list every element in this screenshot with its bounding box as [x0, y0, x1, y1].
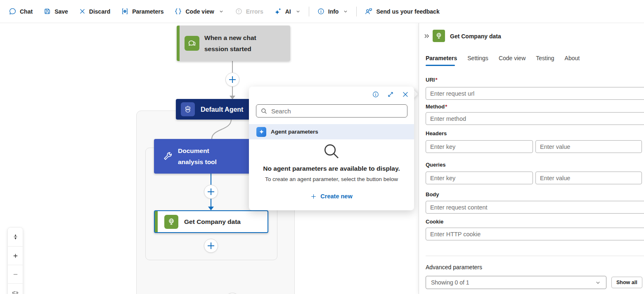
tab-testing[interactable]: Testing [536, 55, 554, 64]
insert-step-button[interactable] [225, 73, 239, 87]
parameters-button[interactable]: Parameters [116, 4, 169, 19]
collapse-panel-button[interactable] [423, 33, 430, 40]
errors-label: Errors [246, 8, 263, 15]
body-input[interactable] [426, 201, 644, 214]
empty-subtitle: To create an agent parameter, select the… [249, 176, 414, 182]
trigger-title: When a new chat session started [204, 32, 256, 54]
headers-key-input[interactable] [426, 140, 533, 153]
trigger-accent-bar [177, 26, 180, 61]
panel-title: Get Company data [450, 33, 501, 40]
discard-icon [79, 8, 86, 15]
headers-label: Headers [426, 130, 447, 136]
trigger-node[interactable]: When a new chat session started [177, 26, 290, 61]
double-chevron-right-icon [423, 33, 430, 40]
action-accent-bar [155, 211, 158, 232]
queries-label: Queries [426, 162, 445, 168]
feedback-label: Send us your feedback [376, 8, 439, 15]
action-details-panel: Get Company data Parameters Settings Cod… [419, 23, 644, 294]
create-new-button[interactable]: Create new [310, 193, 352, 200]
parameters-label: Parameters [132, 8, 163, 15]
agent-icon [181, 102, 195, 116]
headers-value-input[interactable] [535, 140, 642, 153]
http-icon [164, 215, 178, 229]
errors-icon [235, 7, 243, 15]
toolbar-divider [309, 7, 309, 16]
tab-code-view[interactable]: Code view [499, 55, 526, 64]
queries-value-input[interactable] [535, 172, 642, 184]
trigger-icon [185, 36, 199, 51]
expand-icon[interactable] [386, 90, 395, 99]
discard-label: Discard [89, 8, 110, 15]
tab-parameters[interactable]: Parameters [426, 55, 457, 64]
search-input[interactable] [271, 108, 403, 115]
minimap-button[interactable] [8, 283, 23, 294]
flyout-search [256, 104, 407, 118]
agent-parameters-section[interactable]: Agent parameters [249, 124, 414, 139]
info-label: Info [328, 8, 339, 15]
chevron-down-icon [343, 9, 348, 14]
toolbar-divider [356, 7, 357, 16]
http-icon [433, 30, 445, 42]
advanced-parameters-label: Advanced parameters [426, 264, 482, 270]
tab-settings[interactable]: Settings [467, 55, 488, 64]
dropdown-value: Showing 0 of 1 [431, 279, 469, 286]
uri-label: URI* [426, 77, 437, 83]
agent-parameters-icon [256, 127, 266, 137]
search-empty-icon [322, 142, 341, 161]
create-new-label: Create new [320, 193, 352, 200]
zoom-out-icon [12, 271, 19, 278]
cookie-input[interactable] [426, 228, 644, 240]
insert-step-button[interactable] [204, 239, 218, 253]
empty-title: No agent parameters are available to dis… [249, 165, 414, 172]
workflow-canvas[interactable]: When a new chat session started Default … [0, 23, 419, 294]
action-node-selected[interactable]: Get Company data [154, 210, 268, 233]
queries-key-input[interactable] [426, 172, 533, 184]
chevron-down-icon [295, 9, 301, 14]
info-icon [317, 7, 325, 15]
close-icon[interactable] [401, 90, 410, 99]
panel-tabs: Parameters Settings Code view Testing Ab… [426, 55, 580, 64]
info-button[interactable]: Info [312, 4, 354, 19]
feedback-button[interactable]: Send us your feedback [359, 4, 445, 19]
zoom-out-button[interactable] [8, 265, 23, 283]
chat-button[interactable]: Chat [3, 4, 38, 19]
ai-button[interactable]: AI [269, 4, 306, 19]
tool-title: Document analysis tool [178, 145, 217, 167]
required-mark: * [435, 77, 437, 83]
cookie-label: Cookie [426, 219, 443, 225]
save-label: Save [54, 8, 68, 15]
code-view-button[interactable]: Code view [169, 4, 229, 19]
tab-about[interactable]: About [565, 55, 580, 64]
agent-parameters-flyout: Agent parameters No agent parameters are… [249, 87, 414, 210]
discard-button[interactable]: Discard [73, 4, 116, 19]
method-input[interactable] [426, 112, 644, 125]
info-icon[interactable] [371, 90, 380, 99]
action-title: Get Company data [184, 216, 241, 227]
errors-button[interactable]: Errors [230, 4, 269, 19]
save-button[interactable]: Save [38, 4, 73, 19]
fit-view-button[interactable] [8, 228, 23, 246]
canvas-controls [7, 227, 23, 294]
insert-step-button[interactable] [204, 185, 218, 199]
advanced-parameters-dropdown[interactable]: Showing 0 of 1 [426, 276, 606, 289]
flyout-header [371, 90, 410, 99]
zoom-in-button[interactable] [8, 246, 23, 265]
agent-parameters-label: Agent parameters [271, 129, 318, 135]
parameters-icon [121, 7, 129, 15]
ai-label: AI [285, 8, 291, 15]
empty-state: No agent parameters are available to dis… [249, 139, 414, 201]
uri-input[interactable] [426, 87, 644, 100]
method-label: Method* [426, 103, 447, 110]
minimap-icon [12, 289, 19, 294]
plus-icon [310, 193, 317, 200]
show-all-button[interactable]: Show all [611, 277, 642, 288]
body-label: Body [426, 191, 439, 198]
ai-icon [274, 7, 282, 15]
tool-icon [161, 150, 174, 162]
chat-icon [9, 7, 17, 15]
chevron-down-icon [595, 280, 601, 286]
search-icon [260, 108, 268, 115]
active-tab-indicator [426, 65, 455, 66]
section-divider [426, 256, 644, 256]
chat-label: Chat [20, 8, 33, 15]
